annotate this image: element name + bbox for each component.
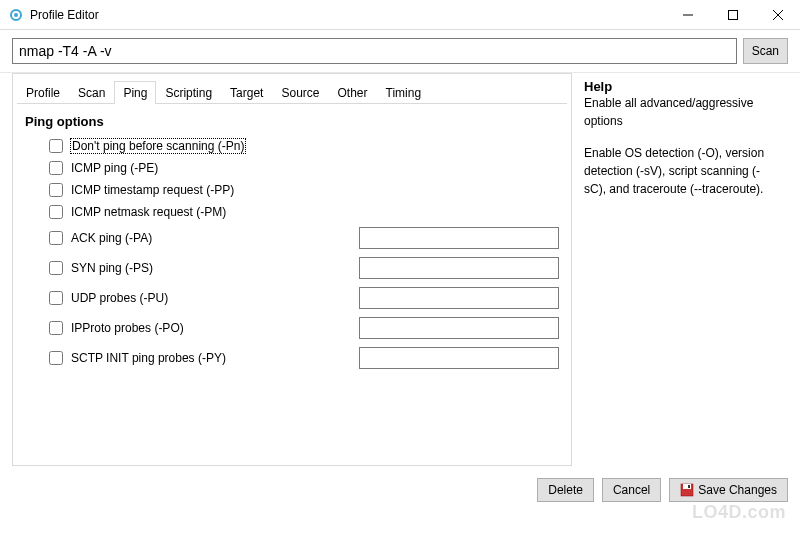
tab-timing[interactable]: Timing [377,81,431,104]
ping-option-label: ICMP ping (-PE) [71,161,158,175]
button-row: Delete Cancel Save Changes [0,478,800,514]
scan-button[interactable]: Scan [743,38,788,64]
ping-option-label: ICMP netmask request (-PM) [71,205,226,219]
save-icon [680,483,694,497]
help-body-2: Enable OS detection (-O), version detect… [584,144,780,198]
tab-target[interactable]: Target [221,81,272,104]
close-button[interactable] [755,0,800,30]
svg-rect-8 [688,485,690,488]
tab-ping[interactable]: Ping [114,81,156,104]
ping-option-input[interactable] [359,257,559,279]
ping-option-label: IPProto probes (-PO) [71,321,184,335]
tab-other[interactable]: Other [328,81,376,104]
ping-option-row: ICMP timestamp request (-PP) [25,183,559,197]
app-icon [8,7,24,23]
command-input[interactable] [12,38,737,64]
tab-panel: ProfileScanPingScriptingTargetSourceOthe… [12,73,572,466]
ping-option-checkbox[interactable] [49,261,63,275]
titlebar: Profile Editor [0,0,800,30]
ping-option-row: ICMP netmask request (-PM) [25,205,559,219]
svg-rect-3 [728,10,737,19]
svg-point-1 [14,13,18,17]
ping-option-checkbox[interactable] [49,139,63,153]
ping-option-checkbox[interactable] [49,231,63,245]
tab-body: Ping options Don't ping before scanning … [13,104,571,387]
ping-option-row: Don't ping before scanning (-Pn) [25,139,559,153]
save-changes-button[interactable]: Save Changes [669,478,788,502]
tab-source[interactable]: Source [272,81,328,104]
ping-option-input[interactable] [359,287,559,309]
ping-option-label: ACK ping (-PA) [71,231,152,245]
ping-option-label: ICMP timestamp request (-PP) [71,183,234,197]
ping-option-input[interactable] [359,317,559,339]
ping-option-row: SCTP INIT ping probes (-PY) [25,347,559,369]
ping-option-checkbox[interactable] [49,291,63,305]
tab-scan[interactable]: Scan [69,81,114,104]
ping-option-row: IPProto probes (-PO) [25,317,559,339]
ping-option-label: SCTP INIT ping probes (-PY) [71,351,226,365]
ping-option-row: SYN ping (-PS) [25,257,559,279]
maximize-button[interactable] [710,0,755,30]
cancel-button[interactable]: Cancel [602,478,661,502]
tab-profile[interactable]: Profile [17,81,69,104]
ping-option-input[interactable] [359,347,559,369]
ping-option-row: ACK ping (-PA) [25,227,559,249]
ping-option-checkbox[interactable] [49,321,63,335]
section-title: Ping options [25,114,559,129]
ping-option-checkbox[interactable] [49,351,63,365]
delete-button[interactable]: Delete [537,478,594,502]
window-title: Profile Editor [30,8,99,22]
help-panel: Help Enable all advanced/aggressive opti… [572,73,788,466]
ping-option-label: SYN ping (-PS) [71,261,153,275]
ping-option-input[interactable] [359,227,559,249]
ping-option-row: ICMP ping (-PE) [25,161,559,175]
ping-option-row: UDP probes (-PU) [25,287,559,309]
ping-option-checkbox[interactable] [49,183,63,197]
help-body-1: Enable all advanced/aggressive options [584,94,780,130]
ping-option-checkbox[interactable] [49,205,63,219]
minimize-button[interactable] [665,0,710,30]
window-controls [665,0,800,30]
help-title: Help [584,79,780,94]
ping-option-label: UDP probes (-PU) [71,291,168,305]
save-button-label: Save Changes [698,483,777,497]
content-area: ProfileScanPingScriptingTargetSourceOthe… [0,73,800,478]
tab-strip: ProfileScanPingScriptingTargetSourceOthe… [13,74,571,103]
ping-option-label: Don't ping before scanning (-Pn) [71,139,245,153]
ping-option-checkbox[interactable] [49,161,63,175]
tab-scripting[interactable]: Scripting [156,81,221,104]
command-row: Scan [0,30,800,73]
